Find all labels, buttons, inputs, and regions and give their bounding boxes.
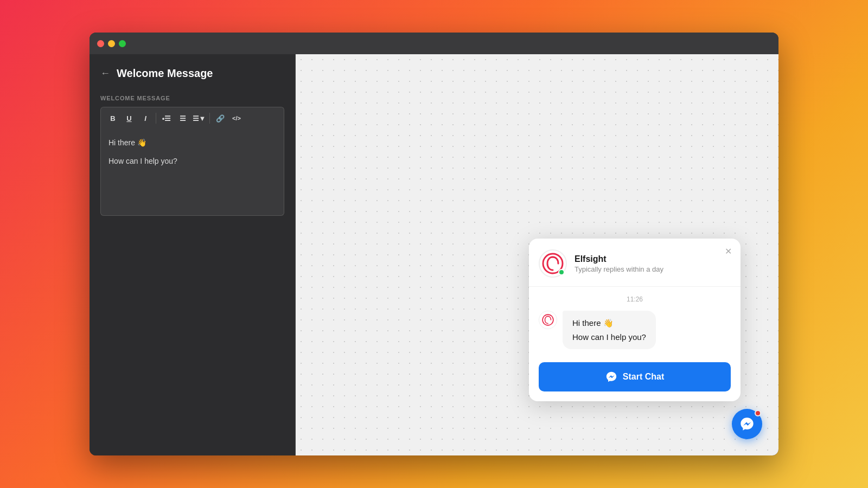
- back-button[interactable]: ←: [100, 68, 110, 79]
- chat-header-info: Elfsight Typically replies within a day: [575, 254, 731, 273]
- reply-time: Typically replies within a day: [575, 265, 731, 273]
- message-text-1: Hi there 👋: [572, 318, 646, 328]
- toolbar-divider: [156, 113, 156, 124]
- message-bubble: Hi there 👋 How can I help you?: [563, 311, 656, 349]
- link-button[interactable]: 🔗: [213, 111, 228, 126]
- numbered-list-button[interactable]: ☰: [175, 111, 190, 126]
- chat-widget: Elfsight Typically replies within a day …: [529, 239, 741, 401]
- editor-line-1: Hi there 👋: [108, 137, 276, 149]
- title-bar: [90, 33, 778, 54]
- code-button[interactable]: </>: [229, 111, 244, 126]
- company-name: Elfsight: [575, 254, 731, 264]
- chat-body: 11:26 Hi there 👋 How can I help you?: [529, 287, 741, 360]
- bold-button[interactable]: B: [105, 111, 120, 126]
- toolbar-divider-2: [209, 113, 210, 124]
- left-panel: ← Welcome Message WELCOME MESSAGE B U I …: [90, 54, 296, 455]
- align-button[interactable]: ☰▼: [192, 111, 207, 126]
- bullet-list-button[interactable]: •☰: [159, 111, 174, 126]
- fab-notification-badge: [755, 410, 761, 416]
- online-indicator: [558, 269, 565, 275]
- panel-header: ← Welcome Message: [100, 67, 284, 80]
- browser-window: ← Welcome Message WELCOME MESSAGE B U I …: [90, 33, 778, 455]
- message-text-2: How can I help you?: [572, 332, 646, 342]
- messenger-fab-button[interactable]: [732, 409, 762, 439]
- main-content: ← Welcome Message WELCOME MESSAGE B U I …: [90, 54, 778, 455]
- chat-header: Elfsight Typically replies within a day …: [529, 239, 741, 287]
- italic-button[interactable]: I: [138, 111, 153, 126]
- start-chat-label: Start Chat: [623, 372, 664, 382]
- minimize-button[interactable]: [108, 40, 115, 47]
- page-title: Welcome Message: [117, 67, 213, 80]
- close-button[interactable]: [97, 40, 104, 47]
- editor-toolbar: B U I •☰ ☰ ☰▼ 🔗 </>: [100, 107, 284, 129]
- chat-message-row: Hi there 👋 How can I help you?: [539, 311, 731, 349]
- editor-area[interactable]: Hi there 👋 How can I help you?: [100, 129, 284, 216]
- traffic-lights: [97, 40, 126, 47]
- chat-close-button[interactable]: ✕: [725, 247, 732, 256]
- company-avatar: [539, 249, 567, 278]
- maximize-button[interactable]: [119, 40, 126, 47]
- underline-button[interactable]: U: [122, 111, 137, 126]
- start-chat-button[interactable]: Start Chat: [539, 362, 731, 391]
- section-label: WELCOME MESSAGE: [100, 95, 284, 101]
- message-avatar: [539, 311, 557, 329]
- editor-line-2: How can I help you?: [108, 155, 276, 167]
- chat-timestamp: 11:26: [539, 296, 731, 303]
- right-panel: Elfsight Typically replies within a day …: [296, 54, 778, 455]
